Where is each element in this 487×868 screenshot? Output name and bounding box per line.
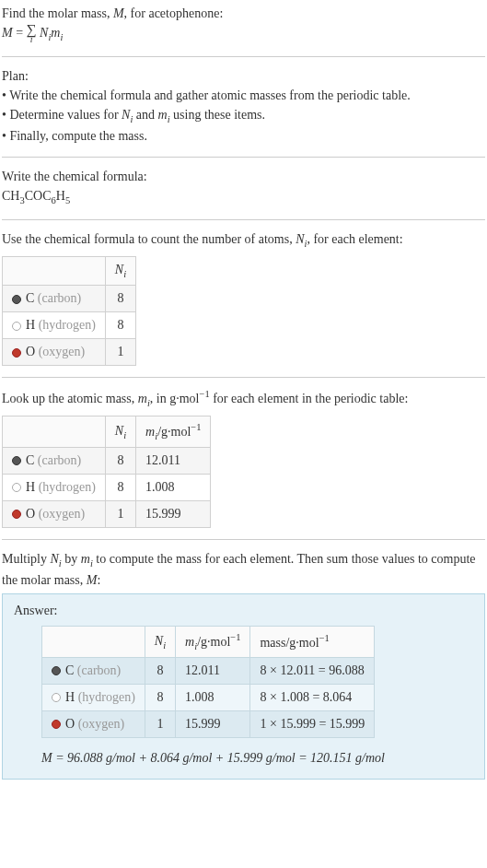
table-row: H (hydrogen) 8 1.008 8 × 1.008 = 8.064 (42, 684, 375, 710)
header-ni: Ni (105, 416, 135, 447)
element-cell: H (hydrogen) (3, 311, 106, 338)
plan-section: Plan: • Write the chemical formula and g… (2, 66, 485, 147)
mass-section: Look up the atomic mass, mi, in g·mol−1 … (2, 387, 485, 528)
dot-icon (52, 720, 61, 729)
answer-box: Answer: Ni mi/g·mol−1 mass/g·mol−1 C (ca… (2, 593, 485, 779)
header-mi: mi/g·mol−1 (176, 627, 250, 657)
counts-table: Ni C (carbon) 8 H (hydrogen) 8 O (oxygen… (2, 256, 136, 366)
n-cell: 8 (105, 447, 135, 474)
element-cell: H (hydrogen) (42, 684, 145, 710)
element-cell: O (oxygen) (42, 710, 145, 737)
element-cell: C (carbon) (42, 657, 145, 684)
table-row: C (carbon) 8 12.011 (3, 447, 211, 474)
intro-equation: M = ∑i Nimi (2, 23, 485, 45)
formula-section: Write the chemical formula: CH3COC6H5 (2, 167, 485, 208)
n-cell: 8 (145, 684, 175, 710)
intro-section: Find the molar mass, M, for acetophenone… (2, 4, 485, 45)
mass-heading: Look up the atomic mass, mi, in g·mol−1 … (2, 387, 485, 410)
plan-bullet-3: • Finally, compute the mass. (2, 126, 485, 146)
mass-cell: 1 × 15.999 = 15.999 (250, 710, 375, 737)
header-mass: mass/g·mol−1 (250, 627, 375, 657)
n-cell: 1 (105, 338, 135, 365)
table-header-row: Ni mi/g·mol−1 (3, 416, 211, 447)
m-cell: 1.008 (176, 684, 250, 710)
mass-cell: 8 × 12.011 = 96.088 (250, 657, 375, 684)
m-cell: 12.011 (176, 657, 250, 684)
chemical-formula: CH3COC6H5 (2, 186, 485, 208)
m-cell: 15.999 (176, 710, 250, 737)
element-cell: C (carbon) (3, 447, 106, 474)
answer-table: Ni mi/g·mol−1 mass/g·mol−1 C (carbon) 8 … (41, 626, 375, 737)
counts-heading: Use the chemical formula to count the nu… (2, 229, 485, 252)
table-row: O (oxygen) 1 15.999 1 × 15.999 = 15.999 (42, 710, 375, 737)
table-row: H (hydrogen) 8 1.008 (3, 474, 211, 500)
divider (2, 157, 485, 158)
element-cell: O (oxygen) (3, 500, 106, 527)
header-mi: mi/g·mol−1 (136, 416, 211, 447)
multiply-section: Multiply Ni by mi to compute the mass fo… (2, 549, 485, 780)
dot-icon (12, 456, 21, 465)
counts-section: Use the chemical formula to count the nu… (2, 229, 485, 366)
intro-prefix: Find the molar mass, (2, 6, 113, 20)
dot-icon (12, 295, 21, 304)
header-blank (3, 416, 106, 447)
n-cell: 1 (105, 500, 135, 527)
divider (2, 219, 485, 220)
eq-equals: = (13, 26, 27, 40)
plan-heading: Plan: (2, 66, 485, 86)
mass-cell: 8 × 1.008 = 8.064 (250, 684, 375, 710)
dot-icon (12, 510, 21, 519)
table-row: C (carbon) 8 (3, 285, 136, 311)
dot-icon (12, 483, 21, 492)
header-ni: Ni (105, 257, 135, 286)
dot-icon (12, 322, 21, 331)
table-header-row: Ni (3, 257, 136, 286)
table-row: H (hydrogen) 8 (3, 311, 136, 338)
answer-label: Answer: (14, 604, 473, 618)
table-row: C (carbon) 8 12.011 8 × 12.011 = 96.088 (42, 657, 375, 684)
sigma-icon: ∑i (27, 23, 37, 44)
divider (2, 539, 485, 540)
element-cell: H (hydrogen) (3, 474, 106, 500)
header-blank (3, 257, 106, 286)
divider (2, 56, 485, 57)
dot-icon (52, 693, 61, 702)
eq-rhs: Nimi (40, 26, 63, 40)
header-blank (42, 627, 145, 657)
n-cell: 1 (145, 710, 175, 737)
mass-table: Ni mi/g·mol−1 C (carbon) 8 12.011 H (hyd… (2, 416, 211, 527)
table-row: O (oxygen) 1 15.999 (3, 500, 211, 527)
dot-icon (12, 348, 21, 358)
intro-var-M: M (113, 6, 124, 20)
intro-suffix: , for acetophenone: (124, 6, 224, 20)
n-cell: 8 (105, 311, 135, 338)
header-ni: Ni (145, 627, 175, 657)
m-cell: 15.999 (136, 500, 211, 527)
table-header-row: Ni mi/g·mol−1 mass/g·mol−1 (42, 627, 375, 657)
divider (2, 377, 485, 378)
element-cell: C (carbon) (3, 285, 106, 311)
m-cell: 12.011 (136, 447, 211, 474)
plan-bullet-2: • Determine values for Ni and mi using t… (2, 105, 485, 127)
table-row: O (oxygen) 1 (3, 338, 136, 365)
dot-icon (52, 666, 61, 675)
m-cell: 1.008 (136, 474, 211, 500)
n-cell: 8 (145, 657, 175, 684)
multiply-text: Multiply Ni by mi to compute the mass fo… (2, 549, 485, 591)
intro-line1: Find the molar mass, M, for acetophenone… (2, 4, 485, 23)
final-equation: M = 96.088 g/mol + 8.064 g/mol + 15.999 … (41, 751, 473, 766)
n-cell: 8 (105, 285, 135, 311)
element-cell: O (oxygen) (3, 338, 106, 365)
plan-bullet-1: • Write the chemical formula and gather … (2, 86, 485, 105)
n-cell: 8 (105, 474, 135, 500)
eq-lhs: M (2, 26, 13, 40)
formula-heading: Write the chemical formula: (2, 167, 485, 186)
